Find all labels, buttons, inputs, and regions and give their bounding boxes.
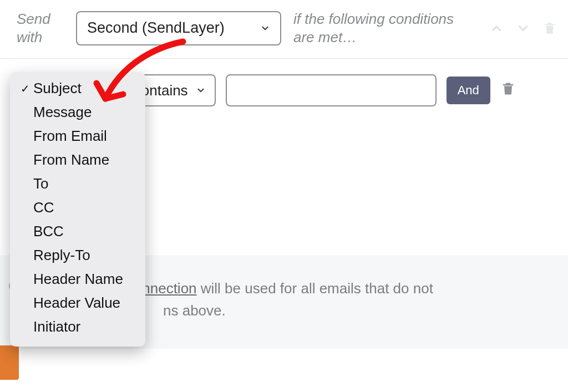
connection-select[interactable]: Second (SendLayer) <box>76 11 281 45</box>
field-option-label: Subject <box>31 80 82 97</box>
field-option[interactable]: From Email <box>10 124 145 148</box>
move-up-icon[interactable] <box>489 21 504 35</box>
trash-icon <box>500 80 516 98</box>
move-down-icon[interactable] <box>516 21 530 35</box>
field-option-label: From Name <box>31 151 109 169</box>
field-dropdown[interactable]: ✓SubjectMessageFrom EmailFrom NameToCCBC… <box>10 72 145 347</box>
and-button[interactable]: And <box>447 77 490 104</box>
field-option-label: Initiator <box>31 318 80 335</box>
chevron-down-icon <box>260 23 270 33</box>
field-option-label: To <box>31 175 48 192</box>
trash-icon[interactable] <box>542 20 557 37</box>
field-option-label: Reply-To <box>31 247 90 264</box>
connection-select-value: Second (SendLayer) <box>87 19 225 37</box>
field-option[interactable]: CC <box>10 196 145 220</box>
field-option-label: CC <box>31 199 54 216</box>
delete-condition-button[interactable] <box>500 80 516 101</box>
routing-header: Send with Second (SendLayer) if the foll… <box>0 0 568 59</box>
field-option-label: Header Value <box>31 294 120 312</box>
orange-strip <box>0 345 19 380</box>
field-option[interactable]: Header Value <box>10 291 145 315</box>
chevron-down-icon <box>196 85 206 95</box>
field-option[interactable]: Message <box>10 100 145 124</box>
field-option[interactable]: BCC <box>10 220 145 243</box>
info-suffix1: will be used for all emails that do not <box>197 280 433 297</box>
if-conditions-text: if the following conditions are met… <box>293 10 477 46</box>
field-option[interactable]: Initiator <box>10 315 145 339</box>
send-with-label: Send with <box>17 10 64 46</box>
field-option-label: Header Name <box>31 271 123 288</box>
field-option[interactable]: Header Name <box>10 267 145 291</box>
condition-value-input[interactable] <box>226 74 437 106</box>
field-option-label: Message <box>31 104 92 121</box>
field-option-label: From Email <box>31 128 107 145</box>
conditions-area: Contains And ✓SubjectMessageFrom EmailFr… <box>0 59 568 106</box>
check-icon: ✓ <box>19 82 31 95</box>
field-option[interactable]: Reply-To <box>10 243 145 267</box>
field-option[interactable]: ✓Subject <box>10 77 145 100</box>
routing-header-actions <box>489 20 557 37</box>
field-option[interactable]: From Name <box>10 148 145 172</box>
field-option[interactable]: To <box>10 172 145 196</box>
field-option-label: BCC <box>31 223 64 240</box>
